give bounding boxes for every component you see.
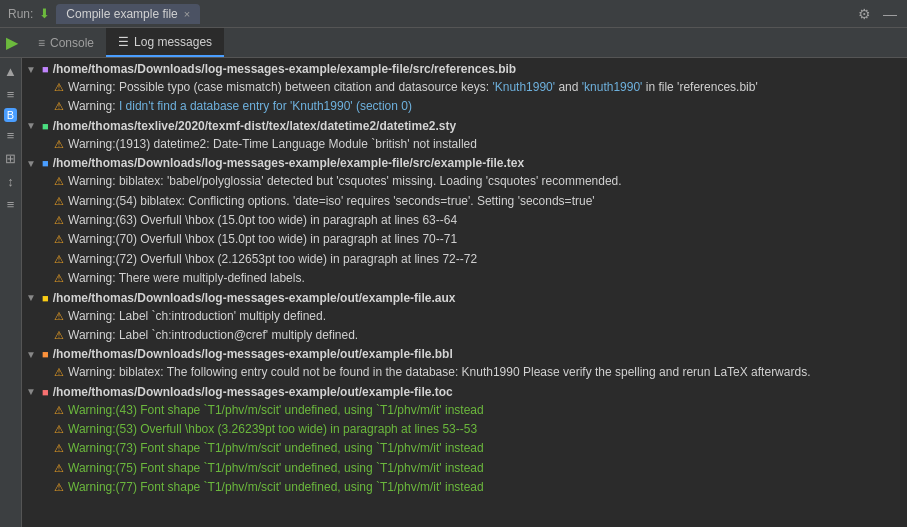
tex-file-path: /home/thomas/Downloads/log-messages-exam… [53, 156, 525, 170]
warning-icon: ⚠ [54, 365, 64, 380]
tex-messages: ⚠ Warning: biblatex: 'babel/polyglossia'… [22, 172, 907, 288]
side-icon-menu[interactable]: ≡ [5, 126, 17, 145]
warning-icon: ⚠ [54, 309, 64, 324]
msg-text: Warning:(1913) datetime2: Date-Time Lang… [68, 136, 477, 153]
file-group-sty: ▼ ■ /home/thomas/texlive/2020/texmf-dist… [22, 117, 907, 154]
warning-icon: ⚠ [54, 328, 64, 343]
file-header-bbl[interactable]: ▼ ■ /home/thomas/Downloads/log-messages-… [22, 345, 907, 363]
list-item[interactable]: ⚠ Warning:(53) Overfull \hbox (3.26239pt… [50, 420, 907, 439]
list-item[interactable]: ⚠ Warning:(63) Overfull \hbox (15.0pt to… [50, 211, 907, 230]
list-item[interactable]: ⚠ Warning:(73) Font shape `T1/phv/m/scit… [50, 439, 907, 458]
warning-icon: ⚠ [54, 99, 64, 114]
bib-messages: ⚠ Warning: Possible typo (case mismatch)… [22, 78, 907, 117]
list-item[interactable]: ⚠ Warning: biblatex: The following entry… [50, 363, 907, 382]
toc-file-icon: ■ [42, 386, 49, 398]
list-item[interactable]: ⚠ Warning: Label `ch:introduction@cref' … [50, 326, 907, 345]
file-header-sty[interactable]: ▼ ■ /home/thomas/texlive/2020/texmf-dist… [22, 117, 907, 135]
list-item[interactable]: ⚠ Warning: Label `ch:introduction' multi… [50, 307, 907, 326]
aux-messages: ⚠ Warning: Label `ch:introduction' multi… [22, 307, 907, 346]
compile-tab[interactable]: Compile example file × [56, 4, 200, 24]
warning-icon: ⚠ [54, 137, 64, 152]
log-messages-content: ▼ ■ /home/thomas/Downloads/log-messages-… [22, 58, 907, 527]
bbl-messages: ⚠ Warning: biblatex: The following entry… [22, 363, 907, 382]
console-icon: ≡ [38, 36, 45, 50]
sty-file-icon: ■ [42, 120, 49, 132]
file-header-aux[interactable]: ▼ ■ /home/thomas/Downloads/log-messages-… [22, 289, 907, 307]
list-item[interactable]: ⚠ Warning:(70) Overfull \hbox (15.0pt to… [50, 230, 907, 249]
toolbar: ▶ ≡ Console ☰ Log messages [0, 28, 907, 58]
file-header-tex[interactable]: ▼ ■ /home/thomas/Downloads/log-messages-… [22, 154, 907, 172]
chevron-bib: ▼ [26, 64, 38, 75]
download-icon: ⬇ [39, 6, 50, 21]
warning-icon: ⚠ [54, 480, 64, 495]
side-icon-b[interactable]: B [4, 108, 17, 122]
side-icon-list[interactable]: ≡ [5, 85, 17, 104]
file-group-bbl: ▼ ■ /home/thomas/Downloads/log-messages-… [22, 345, 907, 382]
tab-close-icon[interactable]: × [184, 8, 190, 20]
list-item[interactable]: ⚠ Warning: biblatex: 'babel/polyglossia'… [50, 172, 907, 191]
file-header-bib[interactable]: ▼ ■ /home/thomas/Downloads/log-messages-… [22, 60, 907, 78]
msg-text: Warning: Label `ch:introduction' multipl… [68, 308, 326, 325]
log-icon: ☰ [118, 35, 129, 49]
list-item[interactable]: ⚠ Warning:(72) Overfull \hbox (2.12653pt… [50, 250, 907, 269]
bbl-file-icon: ■ [42, 348, 49, 360]
title-bar-right: ⚙ — [856, 4, 899, 24]
file-group-tex: ▼ ■ /home/thomas/Downloads/log-messages-… [22, 154, 907, 288]
warning-icon: ⚠ [54, 213, 64, 228]
tab-bar: ≡ Console ☰ Log messages [26, 28, 224, 57]
list-item[interactable]: ⚠ Warning:(54) biblatex: Conflicting opt… [50, 192, 907, 211]
msg-text: Warning:(54) biblatex: Conflicting optio… [68, 193, 595, 210]
run-label: Run: [8, 7, 33, 21]
warning-icon: ⚠ [54, 252, 64, 267]
chevron-tex: ▼ [26, 158, 38, 169]
side-icon-move[interactable]: ↕ [5, 172, 16, 191]
warning-icon: ⚠ [54, 403, 64, 418]
chevron-sty: ▼ [26, 120, 38, 131]
log-tab-label: Log messages [134, 35, 212, 49]
file-header-toc[interactable]: ▼ ■ /home/thomas/Downloads/log-messages-… [22, 383, 907, 401]
msg-text: Warning:(77) Font shape `T1/phv/m/scit' … [68, 479, 484, 496]
file-group-bib: ▼ ■ /home/thomas/Downloads/log-messages-… [22, 60, 907, 117]
msg-text: Warning:(72) Overfull \hbox (2.12653pt t… [68, 251, 477, 268]
msg-text: Warning: I didn't find a database entry … [68, 98, 412, 115]
sty-file-path: /home/thomas/texlive/2020/texmf-dist/tex… [53, 119, 457, 133]
warning-icon: ⚠ [54, 80, 64, 95]
bib-file-icon: ■ [42, 63, 49, 75]
warning-icon: ⚠ [54, 232, 64, 247]
list-item[interactable]: ⚠ Warning:(77) Font shape `T1/phv/m/scit… [50, 478, 907, 497]
msg-text: Warning: biblatex: 'babel/polyglossia' d… [68, 173, 622, 190]
warning-icon: ⚠ [54, 174, 64, 189]
tab-log-messages[interactable]: ☰ Log messages [106, 28, 224, 57]
chevron-bbl: ▼ [26, 349, 38, 360]
compile-tab-label: Compile example file [66, 7, 177, 21]
msg-text: Warning:(53) Overfull \hbox (3.26239pt t… [68, 421, 477, 438]
minimize-icon[interactable]: — [881, 4, 899, 24]
list-item[interactable]: ⚠ Warning: There were multiply-defined l… [50, 269, 907, 288]
side-icon-arrow[interactable]: ▲ [2, 62, 19, 81]
list-item[interactable]: ⚠ Warning:(1913) datetime2: Date-Time La… [50, 135, 907, 154]
warning-icon: ⚠ [54, 194, 64, 209]
warning-icon: ⚠ [54, 422, 64, 437]
side-icon-grid[interactable]: ⊞ [3, 149, 18, 168]
side-icon-lines[interactable]: ≡ [5, 195, 17, 214]
msg-text: Warning: There were multiply-defined lab… [68, 270, 305, 287]
list-item[interactable]: ⚠ Warning:(43) Font shape `T1/phv/m/scit… [50, 401, 907, 420]
settings-icon[interactable]: ⚙ [856, 4, 873, 24]
bbl-file-path: /home/thomas/Downloads/log-messages-exam… [53, 347, 453, 361]
file-group-toc: ▼ ■ /home/thomas/Downloads/log-messages-… [22, 383, 907, 498]
console-tab-label: Console [50, 36, 94, 50]
tab-console[interactable]: ≡ Console [26, 28, 106, 57]
chevron-aux: ▼ [26, 292, 38, 303]
toc-messages: ⚠ Warning:(43) Font shape `T1/phv/m/scit… [22, 401, 907, 498]
list-item[interactable]: ⚠ Warning:(75) Font shape `T1/phv/m/scit… [50, 459, 907, 478]
aux-file-path: /home/thomas/Downloads/log-messages-exam… [53, 291, 456, 305]
warning-icon: ⚠ [54, 441, 64, 456]
toc-file-path: /home/thomas/Downloads/log-messages-exam… [53, 385, 453, 399]
msg-text: Warning:(70) Overfull \hbox (15.0pt too … [68, 231, 457, 248]
msg-text: Warning:(75) Font shape `T1/phv/m/scit' … [68, 460, 484, 477]
bib-file-path: /home/thomas/Downloads/log-messages-exam… [53, 62, 517, 76]
play-button[interactable]: ▶ [6, 33, 18, 52]
aux-file-icon: ■ [42, 292, 49, 304]
list-item[interactable]: ⚠ Warning: Possible typo (case mismatch)… [50, 78, 907, 97]
list-item[interactable]: ⚠ Warning: I didn't find a database entr… [50, 97, 907, 116]
